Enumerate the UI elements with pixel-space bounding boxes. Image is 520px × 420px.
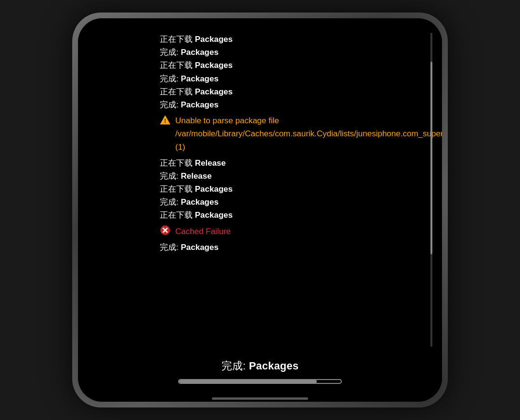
log-line: 正在下载 Packages (160, 183, 428, 196)
error-block: Cached Failure (160, 225, 428, 238)
log-line: 正在下载 Release (160, 157, 428, 170)
scrollbar-track[interactable] (430, 33, 432, 347)
progress-bar (178, 379, 342, 384)
svg-text:!: ! (164, 118, 166, 124)
screen-content: 正在下载 Packages 完成: Packages 正在下载 Packages… (78, 18, 442, 402)
log-line: 正在下载 Packages (160, 59, 428, 72)
status-label: 完成: Packages (221, 359, 299, 373)
log-line: 完成: Packages (160, 98, 428, 111)
progress-bar-fill (179, 380, 317, 383)
bottom-section: 完成: Packages (78, 352, 442, 394)
log-scroll[interactable]: 正在下载 Packages 完成: Packages 正在下载 Packages… (78, 28, 442, 352)
scrollbar-thumb (430, 62, 432, 254)
log-line: 正在下载 Packages (160, 85, 428, 98)
warning-block: ! Unable to parse package file /var/mobi… (160, 114, 428, 154)
error-text: Cached Failure (175, 225, 231, 238)
log-line: 完成: Release (160, 170, 428, 183)
log-line: 正在下载 Packages (160, 209, 428, 222)
log-line: 完成: Packages (160, 241, 428, 254)
log-line: 完成: Packages (160, 72, 428, 85)
log-line: 完成: Packages (160, 46, 428, 59)
warning-icon: ! (160, 115, 170, 127)
phone-frame: 正在下载 Packages 完成: Packages 正在下载 Packages… (72, 13, 448, 407)
log-line: 完成: Packages (160, 196, 428, 209)
warning-text: Unable to parse package file /var/mobile… (175, 114, 442, 154)
log-line: 正在下载 Packages (160, 33, 428, 46)
error-icon (160, 225, 170, 237)
home-indicator[interactable] (212, 397, 308, 400)
phone-screen: 正在下载 Packages 完成: Packages 正在下载 Packages… (78, 18, 442, 402)
log-area: 正在下载 Packages 完成: Packages 正在下载 Packages… (78, 18, 442, 352)
